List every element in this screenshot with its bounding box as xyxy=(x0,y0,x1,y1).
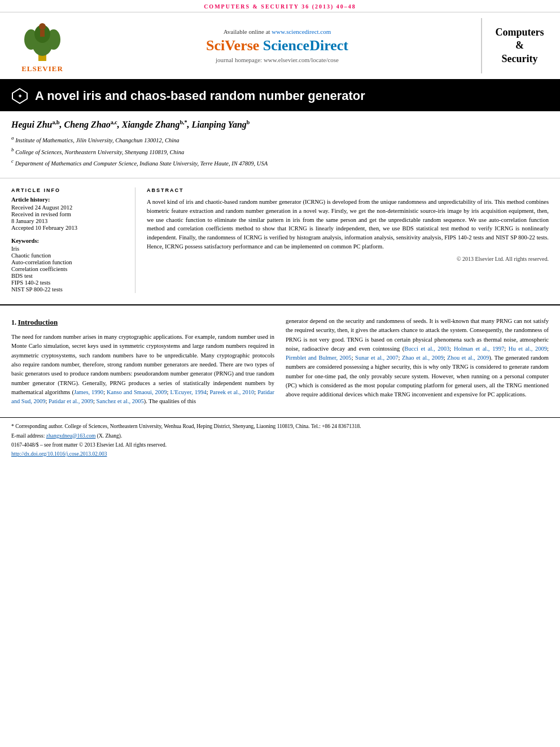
svg-point-5 xyxy=(39,23,46,30)
journal-name-right-block: Computers&Security xyxy=(481,18,549,73)
history-label: Article history: xyxy=(11,196,126,203)
kw-corrcoef: Correlation coefficients xyxy=(11,266,126,272)
kw-nist: NIST SP 800-22 tests xyxy=(11,286,126,292)
section1-left-text: The need for random number arises in man… xyxy=(11,333,274,406)
affil-b: b College of Sciences, Northeastern Univ… xyxy=(11,146,549,156)
ref-sunar[interactable]: Sunar et al., 2007 xyxy=(355,355,399,361)
affil-c: c Department of Mathematics and Computer… xyxy=(11,158,549,168)
keywords-label: Keywords: xyxy=(11,238,126,244)
footer-email-link[interactable]: zhangxdneu@163.com xyxy=(46,433,96,439)
available-online-text: Available online at www.sciencedirect.co… xyxy=(224,28,331,35)
ref-holman[interactable]: Holman et al., 1997 xyxy=(454,346,504,352)
abstract-col: ABSTRACT A novel kind of iris and chaoti… xyxy=(147,187,549,293)
header-center: Available online at www.sciencedirect.co… xyxy=(79,18,475,73)
kw-autocorr: Auto-correlation function xyxy=(11,259,126,265)
abstract-title: ABSTRACT xyxy=(147,187,549,193)
date-accepted: Accepted 10 February 2013 xyxy=(11,225,126,231)
ref-kanso[interactable]: Kanso and Smaoui, 2009 xyxy=(107,389,167,395)
article-info-abstract: ARTICLE INFO Article history: Received 2… xyxy=(0,178,560,299)
kw-fips: FIPS 140-2 tests xyxy=(11,279,126,286)
kw-bds: BDS test xyxy=(11,273,126,279)
keywords-section: Keywords: Iris Chaotic function Auto-cor… xyxy=(11,238,126,292)
journal-bar: COMPUTERS & SECURITY 36 (2013) 40–48 xyxy=(0,0,560,12)
footer-issn: 0167-4048/$ – see front matter © 2013 El… xyxy=(11,441,549,449)
article-info-title: ARTICLE INFO xyxy=(11,187,126,193)
left-column: 1. Introduction The need for random numb… xyxy=(11,317,274,406)
kw-iris: Iris xyxy=(11,246,126,252)
ref-hu[interactable]: Hu et al., 2009 xyxy=(509,346,547,352)
ref-pareek[interactable]: Pareek et al., 2010 xyxy=(210,389,255,395)
article-icon: ✦ xyxy=(11,88,28,104)
elsevier-logo: ELSEVIER xyxy=(11,18,73,73)
author-3: Xiangde Zhangb,* xyxy=(122,120,187,129)
authors-block: Hegui Zhua,b, Cheng Zhaoa,c, Xiangde Zha… xyxy=(0,111,560,172)
elsevier-wordmark: ELSEVIER xyxy=(21,64,63,73)
journal-name-right: Computers&Security xyxy=(496,26,544,65)
footer-corresponding: * Corresponding author. College of Scien… xyxy=(11,422,549,430)
author-4: Lianping Yangb xyxy=(191,120,250,129)
section1-number: 1. xyxy=(11,318,16,326)
ref-sanchez[interactable]: Sanchez et al., 2005 xyxy=(97,398,144,404)
author-2: Cheng Zhaoa,c xyxy=(64,120,117,129)
affil-a: a Institute of Mathematics, Jilin Univer… xyxy=(11,134,549,145)
svg-text:✦: ✦ xyxy=(18,93,23,99)
elsevier-tree-icon xyxy=(17,18,68,63)
author-1: Hegui Zhua,b xyxy=(11,120,60,129)
article-title: A novel iris and chaos-based random numb… xyxy=(35,89,365,103)
header-area: ELSEVIER Available online at www.science… xyxy=(0,12,560,81)
section1-title: Introduction xyxy=(18,318,58,326)
kw-chaotic: Chaotic function xyxy=(11,252,126,259)
footer-email-suffix: (X. Zhang). xyxy=(97,433,123,439)
right-column: generator depend on the security and ran… xyxy=(286,317,549,406)
ref-bucci[interactable]: Bucci et al., 2003 xyxy=(404,346,449,352)
journal-bar-text: COMPUTERS & SECURITY 36 (2013) 40–48 xyxy=(204,3,356,10)
sciverse-logo: SciVerse ScienceDirect xyxy=(206,37,348,54)
affiliations: a Institute of Mathematics, Jilin Univer… xyxy=(11,134,549,168)
ref-zhao[interactable]: Zhao et al., 2009 xyxy=(402,355,444,361)
footer-notes: * Corresponding author. College of Scien… xyxy=(0,417,560,461)
date-revised-label: Received in revised form xyxy=(11,211,126,217)
copyright-line: © 2013 Elsevier Ltd. All rights reserved… xyxy=(147,256,549,262)
abstract-text: A novel kind of iris and chaotic-based r… xyxy=(147,198,549,251)
main-content: 1. Introduction The need for random numb… xyxy=(0,304,560,417)
ref-lec[interactable]: L'Ecuyer, 1994 xyxy=(170,389,206,395)
sciencedirect-url[interactable]: www.sciencedirect.com xyxy=(272,28,331,35)
journal-homepage: journal homepage: www.elsevier.com/locat… xyxy=(216,56,339,63)
footer-email-line: E-mail address: zhangxdneu@163.com (X. Z… xyxy=(11,432,549,440)
svg-rect-6 xyxy=(40,30,45,37)
footer-email-label: E-mail address: xyxy=(11,433,45,439)
ref-pirmblet[interactable]: Pirmblet and Bulmer, 2005 xyxy=(286,355,352,361)
footer-doi-link[interactable]: http://dx.doi.org/10.1016/j.cose.2013.02… xyxy=(11,451,107,457)
date-received: Received 24 August 2012 xyxy=(11,204,126,211)
footer-doi: http://dx.doi.org/10.1016/j.cose.2013.02… xyxy=(11,450,549,458)
date-revised: 8 January 2013 xyxy=(11,218,126,224)
article-info-col: ARTICLE INFO Article history: Received 2… xyxy=(11,187,135,293)
ref-zhou[interactable]: Zhou et al., 2009 xyxy=(447,355,489,361)
authors-line: Hegui Zhua,b, Cheng Zhaoa,c, Xiangde Zha… xyxy=(11,119,549,130)
ref-patidar-et[interactable]: Patidar et al., 2009 xyxy=(49,398,93,404)
article-title-block: ✦ A novel iris and chaos-based random nu… xyxy=(0,81,560,111)
section1-heading: 1. Introduction xyxy=(11,317,274,328)
ref-james[interactable]: James, 1990 xyxy=(74,389,103,395)
